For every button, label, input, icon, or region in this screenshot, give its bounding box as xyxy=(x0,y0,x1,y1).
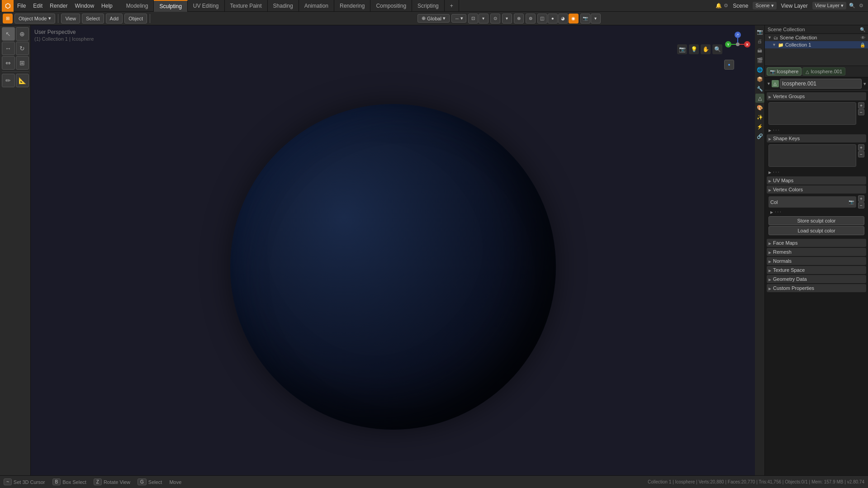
outliner-filter-btn[interactable]: 🔍 xyxy=(860,27,865,32)
menu-window[interactable]: Window xyxy=(71,0,98,12)
sk-add-btn[interactable]: + xyxy=(858,144,864,151)
show-overlay-btn[interactable]: ⊚ xyxy=(526,14,536,24)
props-icon-data[interactable]: △ xyxy=(755,94,764,103)
rendered-btn[interactable]: ◉ xyxy=(569,14,579,24)
toolbar-view[interactable]: View xyxy=(61,14,80,24)
viewport-move-icon[interactable]: ✋ xyxy=(701,44,711,54)
shape-keys-arrow xyxy=(768,136,771,141)
viewport-breadcrumb: (1) Collection 1 | Icosphere xyxy=(34,36,94,42)
workspace-tabs: Modeling Sculpting UV Editing Texture Pa… xyxy=(121,0,459,12)
store-sculpt-btn[interactable]: Store sculpt color xyxy=(768,216,864,225)
vc-add-btn[interactable]: + xyxy=(858,195,864,202)
face-maps-header[interactable]: Face Maps xyxy=(767,239,866,247)
uv-maps-header[interactable]: UV Maps xyxy=(767,176,866,185)
tab-compositing[interactable]: Compositing xyxy=(370,0,412,12)
material-preview-btn[interactable]: ◕ xyxy=(558,14,568,24)
scene-collection-vis[interactable]: 👁 xyxy=(861,35,865,40)
props-icon-render[interactable]: 📷 xyxy=(755,27,764,36)
tab-rendering[interactable]: Rendering xyxy=(334,0,370,12)
vertex-colors-header[interactable]: Vertex Colors xyxy=(767,185,866,194)
vertex-groups-header[interactable]: Vertex Groups xyxy=(767,92,866,100)
transform-orientations[interactable]: ↔▾ xyxy=(451,14,466,23)
props-icon-material[interactable]: 🎨 xyxy=(755,103,764,112)
props-icon-world[interactable]: 🌐 xyxy=(755,65,764,74)
viewport-camera-icon[interactable]: 📷 xyxy=(677,44,687,54)
snap-type-btn[interactable]: ▾ xyxy=(479,14,489,24)
menu-render[interactable]: Render xyxy=(46,0,71,12)
props-icon-object[interactable]: 📦 xyxy=(755,75,764,84)
vc-col-item[interactable]: Col 📷 xyxy=(768,196,856,208)
global-selector[interactable]: ⊕Global▾ xyxy=(417,14,450,23)
viewport[interactable]: User Perspective (1) Collection 1 | Icos… xyxy=(31,25,755,475)
show-gizmo-btn[interactable]: ⊕ xyxy=(514,14,524,24)
tree-scene-collection[interactable]: ▼ 🗂 Scene Collection 👁 xyxy=(765,34,868,41)
tab-sculpting[interactable]: Sculpting xyxy=(154,0,187,12)
annotate-tool[interactable]: ✏ xyxy=(2,74,15,87)
shape-keys-header[interactable]: Shape Keys xyxy=(767,134,866,142)
blender-logo[interactable]: ⬡ xyxy=(2,0,14,12)
gizmo-persp-btn[interactable]: ● xyxy=(724,60,734,70)
normals-header[interactable]: Normals xyxy=(767,257,866,265)
viewport-zoom-icon[interactable]: 🔍 xyxy=(712,44,722,54)
scene-selector[interactable]: Scene ▾ xyxy=(753,2,776,9)
render-btn[interactable]: ▾ xyxy=(591,14,601,24)
vc-remove-btn[interactable]: − xyxy=(858,202,864,208)
vc-camera-btn[interactable]: 📷 xyxy=(848,199,854,205)
view-layer-selector[interactable]: View Layer ▾ xyxy=(812,2,846,9)
snap-btn[interactable]: ⊡ xyxy=(468,14,478,24)
object-name-down-arrow[interactable]: ▾ xyxy=(863,81,866,87)
tab-animation[interactable]: Animation xyxy=(299,0,334,12)
sk-remove-btn[interactable]: − xyxy=(858,151,864,157)
tab-uv-editing[interactable]: UV Editing xyxy=(188,0,225,12)
geometry-data-section: Geometry Data xyxy=(767,275,866,283)
tab-add[interactable]: + xyxy=(445,0,459,12)
props-icon-constraints[interactable]: 🔗 xyxy=(755,132,764,141)
menu-edit[interactable]: Edit xyxy=(29,0,46,12)
toolbar-add[interactable]: Add xyxy=(106,14,123,24)
tab-texture-paint[interactable]: Texture Paint xyxy=(225,0,268,12)
separator-2 xyxy=(150,14,150,23)
mesh-tab[interactable]: △ Icosphere.001 xyxy=(802,67,845,76)
tab-shading[interactable]: Shading xyxy=(268,0,299,12)
menu-file[interactable]: File xyxy=(14,0,29,12)
custom-properties-header[interactable]: Custom Properties xyxy=(767,284,866,292)
props-icon-view-layer[interactable]: 🏔 xyxy=(755,46,764,55)
proportional-edit-btn[interactable]: ⊙ xyxy=(490,14,500,24)
props-icon-output[interactable]: 🖨 xyxy=(755,37,764,46)
menu-help[interactable]: Help xyxy=(98,0,116,12)
remesh-header[interactable]: Remesh xyxy=(767,248,866,256)
wireframe-btn[interactable]: ◫ xyxy=(537,14,547,24)
select-label: Select xyxy=(148,479,162,485)
viewport-light-icon[interactable]: 💡 xyxy=(689,44,699,54)
toolbar-select[interactable]: Select xyxy=(82,14,104,24)
props-content[interactable]: Vertex Groups + − · · · xyxy=(765,90,868,475)
tab-scripting[interactable]: Scripting xyxy=(412,0,445,12)
proportional-type-btn[interactable]: ▾ xyxy=(502,14,512,24)
annotate-line-tool[interactable]: 📐 xyxy=(16,74,29,87)
props-icon-physics[interactable]: ⚡ xyxy=(755,122,764,131)
camera-btn[interactable]: 📷 xyxy=(580,14,590,24)
props-icon-scene[interactable]: 🎬 xyxy=(755,56,764,65)
load-sculpt-btn[interactable]: Load sculpt color xyxy=(768,226,864,235)
texture-space-header[interactable]: Texture Space xyxy=(767,266,866,274)
toolbar-object[interactable]: Object xyxy=(124,14,147,24)
scale-tool[interactable]: ⇔ xyxy=(2,56,15,70)
tab-modeling[interactable]: Modeling xyxy=(121,0,154,12)
solid-btn[interactable]: ● xyxy=(548,14,558,24)
object-tab[interactable]: 📷 Icosphere xyxy=(767,67,802,76)
mode-selector[interactable]: Object Mode ▾ xyxy=(14,14,55,24)
vg-add-btn[interactable]: + xyxy=(858,102,864,109)
viewport-info: User Perspective (1) Collection 1 | Icos… xyxy=(34,29,94,42)
props-icon-modifier[interactable]: 🔧 xyxy=(755,84,764,93)
object-name-input[interactable] xyxy=(780,79,862,89)
select-cursor-tool[interactable]: ⊕ xyxy=(16,27,29,41)
geometry-data-header[interactable]: Geometry Data xyxy=(767,275,866,283)
vg-remove-btn[interactable]: − xyxy=(858,109,864,115)
props-icon-particles[interactable]: ✨ xyxy=(755,113,764,122)
transform-tool[interactable]: ⊞ xyxy=(16,56,29,70)
move-tool[interactable]: ↔ xyxy=(2,42,15,55)
select-box-tool[interactable]: ↖ xyxy=(2,27,15,41)
toolbar-mode-icon[interactable]: ⊞ xyxy=(3,14,13,24)
rotate-tool[interactable]: ↻ xyxy=(16,42,29,55)
tree-collection1[interactable]: ▼ 📁 Collection 1 🔒 xyxy=(765,41,868,48)
